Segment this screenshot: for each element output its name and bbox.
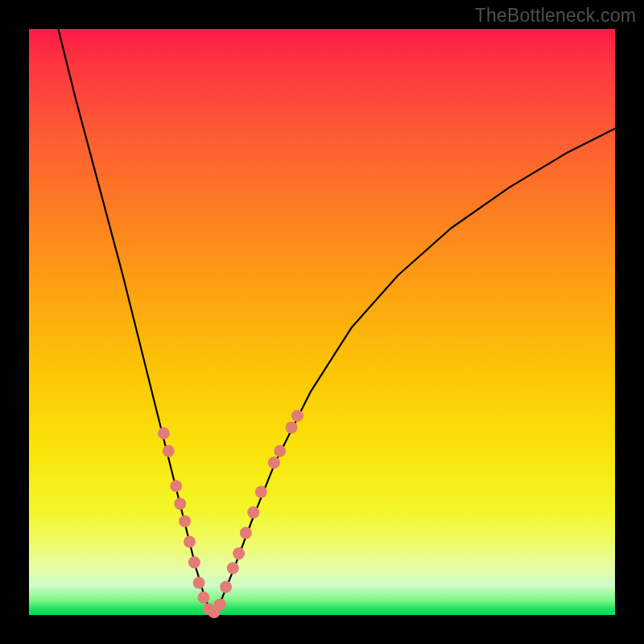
curve-marker [174,497,186,510]
curve-marker [291,410,303,422]
curve-marker [286,422,298,434]
curve-marker [233,547,245,559]
curve-marker [193,577,205,589]
curve-marker [158,427,170,440]
marker-group [158,410,303,618]
curve-marker [184,536,196,548]
curve-marker [188,556,200,568]
curve-marker [268,456,280,469]
curve-marker [170,480,182,492]
curve-marker [197,592,209,604]
curve-marker [214,598,226,610]
plot-area [29,29,615,615]
curve-marker [220,581,232,593]
curve-marker [274,445,286,457]
watermark-text: TheBottleneck.com [475,5,636,27]
curve-marker [163,445,175,457]
curve-marker [247,506,259,518]
curve-marker [179,515,191,527]
curve-svg [29,29,615,615]
curve-marker [255,486,267,498]
chart-frame: TheBottleneck.com [0,0,644,644]
curve-marker [227,562,239,574]
bottleneck-curve [58,29,615,612]
curve-marker [240,527,252,539]
